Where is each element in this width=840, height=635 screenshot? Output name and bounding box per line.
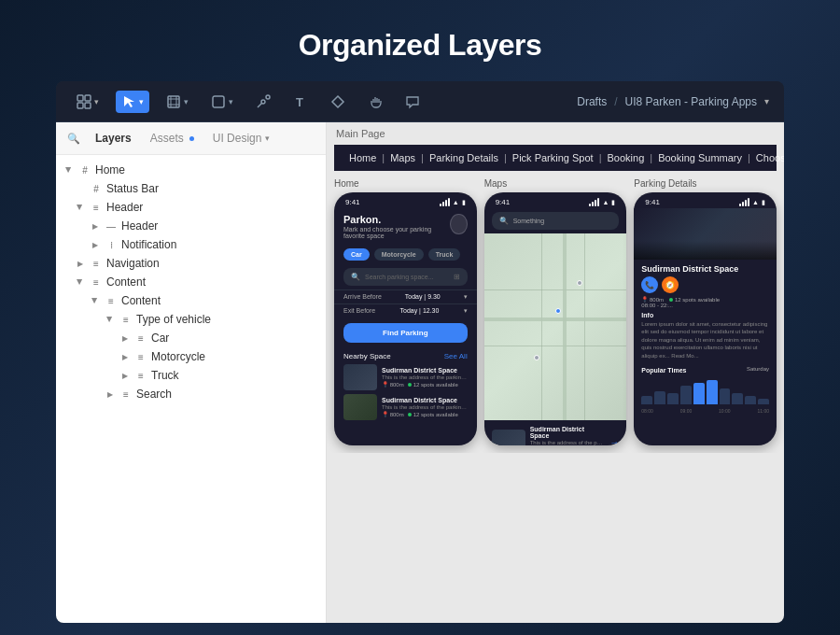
chart-time-1000: 10:00 (719, 408, 731, 414)
maps-search-value: Something (513, 218, 544, 224)
chart-labels: 08:00 09:00 10:00 11:00 (634, 408, 777, 414)
popular-times-header: Popular Times Saturday (641, 363, 769, 375)
wifi-icon: ▲ (453, 199, 459, 205)
layer-search[interactable]: ▶ ≡ Search (56, 385, 326, 403)
layer-navigation[interactable]: ▶ ≡ Navigation (56, 254, 326, 273)
tree-arrow: ▶ (119, 351, 131, 362)
maps-search-bar[interactable]: 🔍 Something (492, 212, 620, 230)
chart-bar-0 (641, 396, 652, 404)
see-all-link[interactable]: See All (444, 352, 468, 360)
tab-layers[interactable]: Layers (91, 130, 135, 147)
vehicle-tab-motorcycle[interactable]: Motorcycle (374, 248, 424, 261)
chart-time-0800: 08:00 (641, 408, 653, 414)
select-tool-icon[interactable]: ▾ (116, 91, 149, 113)
layer-motorcycle[interactable]: ▶ ≡ Motorcycle (56, 347, 326, 366)
svg-point-10 (261, 100, 265, 104)
svg-rect-4 (168, 96, 179, 107)
map-pin-3 (577, 280, 582, 286)
phone-maps: Maps 9:41 ▲ (484, 178, 627, 445)
pd-hours: 08:00 - 22:... (641, 303, 769, 308)
map-line (484, 289, 627, 290)
breadcrumb-separator: / (614, 95, 617, 108)
layer-type-of-vehicle[interactable]: ▶ ≡ Type of vehicle (56, 310, 326, 329)
pen-tool-icon[interactable] (250, 91, 276, 113)
shape-tool-icon[interactable]: ▾ (205, 91, 239, 113)
pd-info: Sudirman District Space 📞 🧭 📍 800m 12 sp… (634, 260, 777, 380)
layer-content-group[interactable]: ▶ ≡ Content (56, 273, 326, 291)
home-header: Parkon. Mark and choose your parking fav… (334, 208, 477, 245)
home-search-bar[interactable]: 🔍 Search parking space... ⊞ (343, 268, 468, 286)
search-icon: 🔍 (67, 133, 80, 145)
tree-arrow: ▶ (119, 332, 131, 344)
sb1 (739, 204, 741, 206)
arrow-icon: → (609, 437, 619, 445)
layer-home[interactable]: ▶ # Home (56, 161, 326, 179)
parking-thumb-1 (343, 364, 377, 390)
bars-icon: ≡ (119, 313, 133, 326)
battery-icon: ▮ (462, 199, 466, 206)
signal-bars (440, 198, 450, 206)
layer-header-group[interactable]: ▶ ≡ Header (56, 198, 326, 217)
canvas-main-page-label: Main Page (327, 122, 784, 145)
parking-meta-1: 📍 800m 12 spots available (382, 381, 468, 388)
layer-notification[interactable]: ▶ ⁞ Notification (56, 235, 326, 254)
sb3 (595, 200, 596, 206)
tree-arrow: ▶ (90, 239, 101, 250)
layer-notification-label: Notification (121, 238, 318, 251)
maps-parking-info: Sudirman District Space This is the addr… (530, 426, 606, 445)
layer-status-bar[interactable]: # Status Bar (56, 179, 326, 198)
popular-title: Popular Times (641, 367, 686, 374)
layer-header[interactable]: ▶ — Header (56, 217, 326, 235)
phone-time: 9:41 (345, 198, 360, 206)
maps-thumb (492, 430, 525, 446)
tab-ui-design[interactable]: UI Design ▾ (209, 130, 274, 147)
phone-home-frame: 9:41 ▲ ▮ (334, 192, 477, 445)
page-title: Organized Layers (0, 0, 840, 81)
exit-value: Today | 12.30 (400, 307, 440, 315)
layer-content[interactable]: ▶ ≡ Content (56, 291, 326, 310)
sb2 (742, 202, 744, 206)
layer-car[interactable]: ▶ ≡ Car (56, 329, 326, 347)
call-btn[interactable]: 📞 (641, 276, 658, 293)
wifi-icon: ▲ (602, 199, 609, 205)
chart-bar-2 (667, 393, 679, 404)
grid-icon[interactable]: ▾ (71, 91, 105, 113)
find-parking-btn[interactable]: Find Parking (343, 323, 468, 343)
comment-tool-icon[interactable] (399, 91, 426, 113)
tab-assets[interactable]: Assets (147, 130, 198, 147)
tree-arrow (75, 183, 86, 194)
chart-area (634, 380, 777, 408)
vehicle-tab-car[interactable]: Car (343, 248, 370, 261)
filter-icon: ⊞ (454, 273, 460, 281)
parking-thumb-2 (343, 394, 377, 420)
layer-content-label: Content (121, 294, 318, 307)
layer-search-label: Search (136, 388, 318, 401)
layer-truck[interactable]: ▶ ≡ Truck (56, 366, 326, 385)
search-placeholder: Search parking space... (365, 274, 434, 280)
map-line (484, 346, 627, 346)
pd-dist: 📍 800m (641, 296, 664, 303)
lines-icon: — (105, 219, 118, 233)
layer-truck-label: Truck (151, 369, 318, 382)
hash-icon: # (90, 182, 103, 195)
maps-bottom: Sudirman District Space This is the addr… (484, 420, 627, 445)
phones-row: Home 9:41 ▲ (327, 171, 784, 453)
nav-home: Home (349, 152, 376, 163)
component-tool-icon[interactable] (325, 91, 351, 113)
toolbar-left: ▾ ▾ ▾ ▾ T (71, 91, 426, 113)
phone-home-label: Home (334, 178, 477, 189)
parking-info-1: Sudirman District Space This is the addr… (382, 367, 468, 388)
vehicle-tab-truck[interactable]: Truck (428, 248, 461, 261)
navigate-btn[interactable]: 🧭 (662, 276, 679, 293)
chart-bar-9 (758, 399, 769, 404)
parking-spots-2: 12 spots available (408, 412, 458, 417)
maps-parking-card: Sudirman District Space This is the addr… (492, 426, 620, 445)
tree-arrow: ▶ (90, 220, 101, 232)
text-tool-icon[interactable]: T (287, 91, 314, 113)
arrive-row: Arrive Before Today | 9.30 ▾ (334, 289, 477, 303)
parking-card-2: Sudirman District Space This is the addr… (343, 394, 468, 420)
frame-tool-icon[interactable]: ▾ (161, 91, 194, 113)
hand-tool-icon[interactable] (362, 91, 388, 113)
lines-icon: ≡ (119, 388, 133, 401)
lines-icon: ≡ (134, 332, 147, 345)
